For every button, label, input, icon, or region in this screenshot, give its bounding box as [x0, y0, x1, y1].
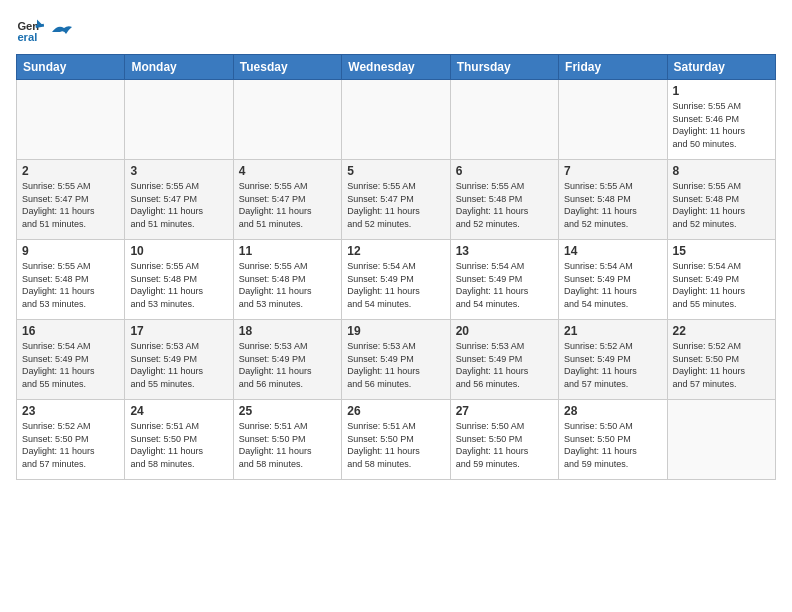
calendar-day: 27Sunrise: 5:50 AMSunset: 5:50 PMDayligh…: [450, 400, 558, 480]
day-info: Sunrise: 5:53 AMSunset: 5:49 PMDaylight:…: [239, 340, 336, 390]
calendar-day: [450, 80, 558, 160]
day-number: 2: [22, 164, 119, 178]
day-info: Sunrise: 5:54 AMSunset: 5:49 PMDaylight:…: [347, 260, 444, 310]
calendar-day: 7Sunrise: 5:55 AMSunset: 5:48 PMDaylight…: [559, 160, 667, 240]
day-info: Sunrise: 5:52 AMSunset: 5:50 PMDaylight:…: [22, 420, 119, 470]
day-number: 27: [456, 404, 553, 418]
calendar-day: [125, 80, 233, 160]
calendar-day: 28Sunrise: 5:50 AMSunset: 5:50 PMDayligh…: [559, 400, 667, 480]
calendar-day: 10Sunrise: 5:55 AMSunset: 5:48 PMDayligh…: [125, 240, 233, 320]
day-number: 15: [673, 244, 770, 258]
calendar-day: 24Sunrise: 5:51 AMSunset: 5:50 PMDayligh…: [125, 400, 233, 480]
calendar-day: 4Sunrise: 5:55 AMSunset: 5:47 PMDaylight…: [233, 160, 341, 240]
calendar-table: SundayMondayTuesdayWednesdayThursdayFrid…: [16, 54, 776, 480]
day-info: Sunrise: 5:55 AMSunset: 5:48 PMDaylight:…: [239, 260, 336, 310]
day-number: 5: [347, 164, 444, 178]
day-info: Sunrise: 5:55 AMSunset: 5:48 PMDaylight:…: [673, 180, 770, 230]
day-info: Sunrise: 5:51 AMSunset: 5:50 PMDaylight:…: [239, 420, 336, 470]
calendar-week-row: 16Sunrise: 5:54 AMSunset: 5:49 PMDayligh…: [17, 320, 776, 400]
calendar-day: [559, 80, 667, 160]
day-info: Sunrise: 5:51 AMSunset: 5:50 PMDaylight:…: [347, 420, 444, 470]
weekday-header-tuesday: Tuesday: [233, 55, 341, 80]
header: Gen eral: [16, 16, 776, 44]
day-info: Sunrise: 5:52 AMSunset: 5:49 PMDaylight:…: [564, 340, 661, 390]
calendar-day: 3Sunrise: 5:55 AMSunset: 5:47 PMDaylight…: [125, 160, 233, 240]
day-number: 4: [239, 164, 336, 178]
day-number: 12: [347, 244, 444, 258]
day-info: Sunrise: 5:50 AMSunset: 5:50 PMDaylight:…: [456, 420, 553, 470]
day-info: Sunrise: 5:55 AMSunset: 5:47 PMDaylight:…: [347, 180, 444, 230]
svg-text:eral: eral: [17, 31, 37, 43]
calendar-day: 2Sunrise: 5:55 AMSunset: 5:47 PMDaylight…: [17, 160, 125, 240]
calendar-day: 13Sunrise: 5:54 AMSunset: 5:49 PMDayligh…: [450, 240, 558, 320]
day-number: 14: [564, 244, 661, 258]
day-info: Sunrise: 5:55 AMSunset: 5:47 PMDaylight:…: [22, 180, 119, 230]
calendar-day: [342, 80, 450, 160]
calendar-day: 26Sunrise: 5:51 AMSunset: 5:50 PMDayligh…: [342, 400, 450, 480]
calendar-day: [17, 80, 125, 160]
calendar-week-row: 9Sunrise: 5:55 AMSunset: 5:48 PMDaylight…: [17, 240, 776, 320]
day-number: 3: [130, 164, 227, 178]
day-info: Sunrise: 5:54 AMSunset: 5:49 PMDaylight:…: [564, 260, 661, 310]
day-info: Sunrise: 5:55 AMSunset: 5:47 PMDaylight:…: [239, 180, 336, 230]
logo-icon: Gen eral: [16, 16, 44, 44]
day-number: 23: [22, 404, 119, 418]
calendar-day: 22Sunrise: 5:52 AMSunset: 5:50 PMDayligh…: [667, 320, 775, 400]
day-number: 25: [239, 404, 336, 418]
day-number: 21: [564, 324, 661, 338]
calendar-day: 18Sunrise: 5:53 AMSunset: 5:49 PMDayligh…: [233, 320, 341, 400]
day-info: Sunrise: 5:53 AMSunset: 5:49 PMDaylight:…: [130, 340, 227, 390]
logo: Gen eral: [16, 16, 72, 44]
day-number: 26: [347, 404, 444, 418]
day-number: 11: [239, 244, 336, 258]
calendar-day: 20Sunrise: 5:53 AMSunset: 5:49 PMDayligh…: [450, 320, 558, 400]
calendar-header: SundayMondayTuesdayWednesdayThursdayFrid…: [17, 55, 776, 80]
day-number: 8: [673, 164, 770, 178]
calendar-day: 16Sunrise: 5:54 AMSunset: 5:49 PMDayligh…: [17, 320, 125, 400]
day-info: Sunrise: 5:53 AMSunset: 5:49 PMDaylight:…: [456, 340, 553, 390]
calendar-week-row: 1Sunrise: 5:55 AMSunset: 5:46 PMDaylight…: [17, 80, 776, 160]
calendar-day: 21Sunrise: 5:52 AMSunset: 5:49 PMDayligh…: [559, 320, 667, 400]
calendar-day: 25Sunrise: 5:51 AMSunset: 5:50 PMDayligh…: [233, 400, 341, 480]
weekday-header-sunday: Sunday: [17, 55, 125, 80]
day-info: Sunrise: 5:55 AMSunset: 5:48 PMDaylight:…: [130, 260, 227, 310]
day-info: Sunrise: 5:54 AMSunset: 5:49 PMDaylight:…: [22, 340, 119, 390]
calendar-week-row: 2Sunrise: 5:55 AMSunset: 5:47 PMDaylight…: [17, 160, 776, 240]
day-info: Sunrise: 5:55 AMSunset: 5:47 PMDaylight:…: [130, 180, 227, 230]
day-info: Sunrise: 5:54 AMSunset: 5:49 PMDaylight:…: [456, 260, 553, 310]
day-info: Sunrise: 5:52 AMSunset: 5:50 PMDaylight:…: [673, 340, 770, 390]
day-info: Sunrise: 5:53 AMSunset: 5:49 PMDaylight:…: [347, 340, 444, 390]
day-number: 1: [673, 84, 770, 98]
calendar-day: [667, 400, 775, 480]
calendar-day: 12Sunrise: 5:54 AMSunset: 5:49 PMDayligh…: [342, 240, 450, 320]
calendar-day: 23Sunrise: 5:52 AMSunset: 5:50 PMDayligh…: [17, 400, 125, 480]
calendar-day: 8Sunrise: 5:55 AMSunset: 5:48 PMDaylight…: [667, 160, 775, 240]
day-info: Sunrise: 5:54 AMSunset: 5:49 PMDaylight:…: [673, 260, 770, 310]
calendar-day: 9Sunrise: 5:55 AMSunset: 5:48 PMDaylight…: [17, 240, 125, 320]
day-number: 10: [130, 244, 227, 258]
day-info: Sunrise: 5:51 AMSunset: 5:50 PMDaylight:…: [130, 420, 227, 470]
calendar-day: 14Sunrise: 5:54 AMSunset: 5:49 PMDayligh…: [559, 240, 667, 320]
weekday-header-saturday: Saturday: [667, 55, 775, 80]
calendar-day: 17Sunrise: 5:53 AMSunset: 5:49 PMDayligh…: [125, 320, 233, 400]
day-info: Sunrise: 5:55 AMSunset: 5:48 PMDaylight:…: [456, 180, 553, 230]
day-number: 22: [673, 324, 770, 338]
day-number: 16: [22, 324, 119, 338]
calendar-day: 1Sunrise: 5:55 AMSunset: 5:46 PMDaylight…: [667, 80, 775, 160]
weekday-header-friday: Friday: [559, 55, 667, 80]
day-info: Sunrise: 5:55 AMSunset: 5:48 PMDaylight:…: [22, 260, 119, 310]
day-number: 17: [130, 324, 227, 338]
day-number: 20: [456, 324, 553, 338]
calendar-day: 19Sunrise: 5:53 AMSunset: 5:49 PMDayligh…: [342, 320, 450, 400]
weekday-header-monday: Monday: [125, 55, 233, 80]
calendar-week-row: 23Sunrise: 5:52 AMSunset: 5:50 PMDayligh…: [17, 400, 776, 480]
day-number: 7: [564, 164, 661, 178]
calendar-day: 5Sunrise: 5:55 AMSunset: 5:47 PMDaylight…: [342, 160, 450, 240]
weekday-header-thursday: Thursday: [450, 55, 558, 80]
weekday-header-wednesday: Wednesday: [342, 55, 450, 80]
logo-bird-icon: [50, 22, 72, 42]
day-number: 24: [130, 404, 227, 418]
day-info: Sunrise: 5:55 AMSunset: 5:48 PMDaylight:…: [564, 180, 661, 230]
day-number: 13: [456, 244, 553, 258]
weekday-header-row: SundayMondayTuesdayWednesdayThursdayFrid…: [17, 55, 776, 80]
